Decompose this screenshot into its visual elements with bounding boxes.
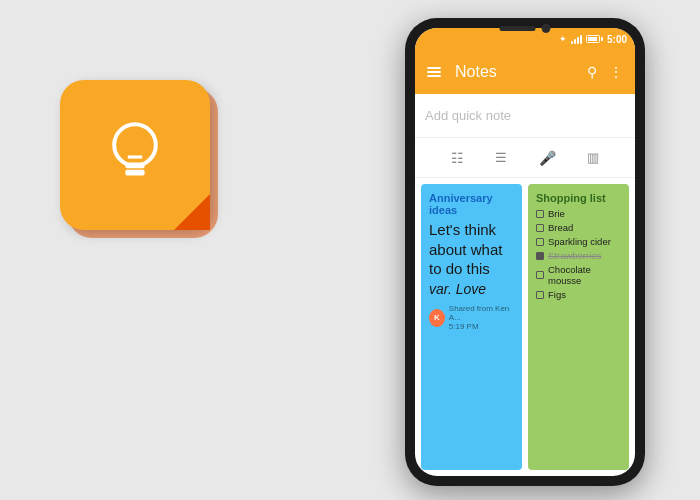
voice-note-icon[interactable]: 🎤 bbox=[539, 150, 556, 166]
checkbox-figs bbox=[536, 291, 544, 299]
bluetooth-icon: ✦ bbox=[559, 34, 567, 44]
status-time: 5:00 bbox=[607, 34, 627, 45]
checkbox-strawberries bbox=[536, 252, 544, 260]
note-avatar: K bbox=[429, 309, 445, 327]
svg-rect-2 bbox=[125, 170, 144, 176]
item-strawberries: Strawberries bbox=[548, 250, 601, 261]
note-shared-by: Shared from Ken A... bbox=[449, 304, 514, 322]
checkbox-sparkling-cider bbox=[536, 238, 544, 246]
list-item: Strawberries bbox=[536, 250, 621, 261]
phone-screen: ✦ 5:00 Notes bbox=[415, 28, 635, 476]
note-anniversary-footer: K Shared from Ken A... 5:19 PM bbox=[429, 304, 514, 331]
note-type-toolbar: ☷ ☰ 🎤 ▥ bbox=[415, 138, 635, 178]
search-icon[interactable]: ⚲ bbox=[587, 64, 597, 80]
app-bar-actions: ⚲ ⋮ bbox=[587, 64, 623, 80]
image-note-icon[interactable]: ▥ bbox=[587, 150, 599, 165]
add-note-bar[interactable]: Add quick note bbox=[415, 94, 635, 138]
text-note-icon[interactable]: ☷ bbox=[451, 150, 464, 166]
checkbox-brie bbox=[536, 210, 544, 218]
note-shopping-title: Shopping list bbox=[536, 192, 621, 204]
more-options-icon[interactable]: ⋮ bbox=[609, 64, 623, 80]
item-figs: Figs bbox=[548, 289, 566, 300]
phone-device: ✦ 5:00 Notes bbox=[405, 18, 645, 486]
notes-grid: Anniversary ideas Let's think about what… bbox=[415, 178, 635, 476]
list-item: Bread bbox=[536, 222, 621, 233]
item-bread: Bread bbox=[548, 222, 573, 233]
svg-rect-1 bbox=[125, 163, 144, 169]
list-item: Sparkling cider bbox=[536, 236, 621, 247]
phone-camera-area bbox=[500, 24, 551, 33]
note-anniversary-body-line2: var. Love bbox=[429, 281, 486, 297]
phone-speaker bbox=[500, 26, 536, 31]
note-shopping[interactable]: Shopping list Brie Bread Sparkling cider bbox=[528, 184, 629, 470]
lightbulb-icon bbox=[95, 113, 175, 197]
note-shopping-items: Brie Bread Sparkling cider Strawberries bbox=[536, 208, 621, 300]
add-note-placeholder: Add quick note bbox=[425, 108, 511, 123]
app-icon-container bbox=[60, 80, 210, 230]
list-item: Chocolate mousse bbox=[536, 264, 621, 286]
app-icon[interactable] bbox=[60, 80, 210, 230]
note-time: 5:19 PM bbox=[449, 322, 514, 331]
hamburger-menu-icon[interactable] bbox=[427, 67, 441, 77]
note-anniversary[interactable]: Anniversary ideas Let's think about what… bbox=[421, 184, 522, 470]
svg-point-0 bbox=[114, 124, 156, 166]
app-bar: Notes ⚲ ⋮ bbox=[415, 50, 635, 94]
item-chocolate-mousse: Chocolate mousse bbox=[548, 264, 621, 286]
signal-icon bbox=[571, 34, 582, 44]
item-sparkling-cider: Sparkling cider bbox=[548, 236, 611, 247]
checkbox-bread bbox=[536, 224, 544, 232]
item-brie: Brie bbox=[548, 208, 565, 219]
checkbox-chocolate-mousse bbox=[536, 271, 544, 279]
phone-camera bbox=[542, 24, 551, 33]
list-item: Figs bbox=[536, 289, 621, 300]
checklist-icon[interactable]: ☰ bbox=[495, 150, 507, 165]
note-anniversary-title: Anniversary ideas bbox=[429, 192, 514, 216]
app-bar-title: Notes bbox=[455, 63, 577, 81]
list-item: Brie bbox=[536, 208, 621, 219]
note-anniversary-body: Let's think about what to do this var. L… bbox=[429, 220, 514, 298]
battery-icon bbox=[586, 35, 603, 43]
